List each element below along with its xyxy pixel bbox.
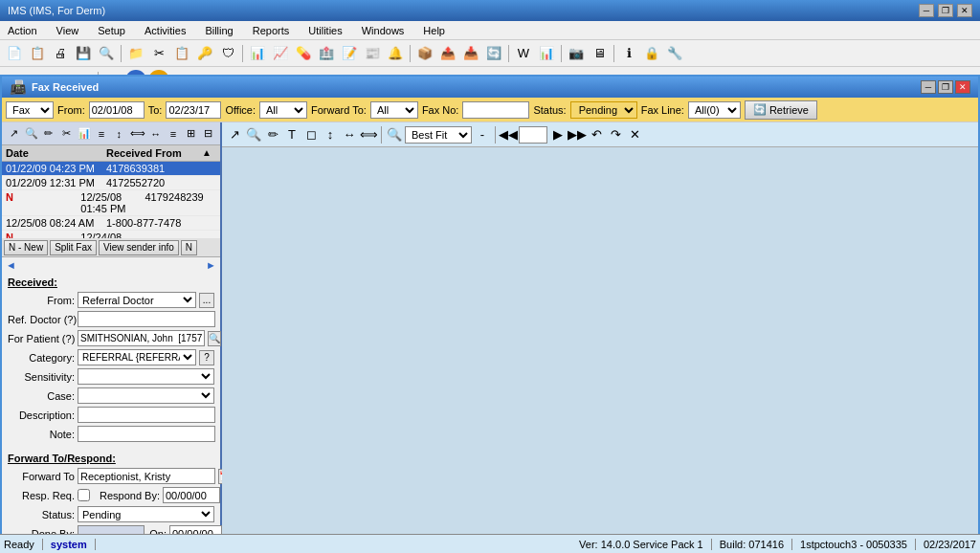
viewer-tool-5[interactable]: ◻ (302, 126, 320, 144)
viewer-tool-3[interactable]: ✏ (264, 126, 281, 144)
menu-billing[interactable]: Billing (201, 23, 236, 38)
list-tool-1[interactable]: ↗ (6, 125, 21, 143)
toolbar-btn-9[interactable]: 🔑 (194, 43, 215, 64)
zoom-in-btn[interactable]: 🔍 (386, 126, 403, 144)
toolbar-btn-27[interactable]: 🔒 (641, 43, 662, 64)
fax-row-4[interactable]: N 12/24/08 09:30 PM (2, 231, 220, 238)
page-input[interactable] (519, 126, 547, 144)
help-button[interactable]: ℹ (618, 43, 639, 64)
viewer-tool-1[interactable]: ↗ (226, 126, 243, 144)
from-date-input[interactable] (89, 101, 145, 119)
fax-win-close[interactable]: ✕ (955, 80, 970, 94)
toolbar-btn-5[interactable]: 🔍 (96, 43, 117, 64)
new-fax-btn[interactable]: N - New (4, 240, 48, 255)
toolbar-btn-21[interactable]: 🔄 (483, 43, 504, 64)
zoom-select[interactable]: Best Fit (405, 126, 472, 144)
viewer-nav-2[interactable]: ▶ (549, 126, 567, 144)
list-tool-10[interactable]: ≡ (166, 125, 181, 143)
list-tool-5[interactable]: 📊 (76, 125, 91, 143)
toolbar-btn-10[interactable]: 🛡 (217, 43, 238, 64)
toolbar-btn-6[interactable]: 📁 (125, 43, 146, 64)
toolbar-btn-8[interactable]: 📋 (171, 43, 192, 64)
list-tool-4[interactable]: ✂ (58, 125, 74, 143)
viewer-tool-2[interactable]: 🔍 (245, 126, 262, 144)
fax-line-select[interactable]: All(0) (688, 101, 741, 119)
resp-req-checkbox[interactable] (78, 489, 90, 501)
viewer-nav-3[interactable]: ▶▶ (568, 126, 586, 144)
for-patient-input[interactable] (78, 330, 205, 346)
fax-row-3[interactable]: 12/25/08 08:24 AM 1-800-877-7478 (2, 216, 220, 231)
list-tool-12[interactable]: ⊟ (201, 125, 216, 143)
toolbar-btn-12[interactable]: 📈 (270, 43, 291, 64)
zoom-out-btn[interactable]: - (474, 126, 491, 144)
fax-row-1[interactable]: 01/22/09 12:31 PM 4172552720 (2, 176, 220, 190)
fax-win-minimize[interactable]: ─ (921, 80, 936, 94)
toolbar-btn-11[interactable]: 📊 (247, 43, 268, 64)
toolbar-btn-16[interactable]: 📰 (362, 43, 383, 64)
office-select[interactable]: All (259, 101, 307, 119)
category-select[interactable]: REFERRAL {REFERRALS} (78, 349, 196, 365)
toolbar-btn-14[interactable]: 🏥 (316, 43, 337, 64)
viewer-tool-4[interactable]: T (283, 126, 301, 144)
menu-help[interactable]: Help (419, 23, 449, 38)
from-select[interactable]: Referral Doctor (78, 292, 196, 308)
toolbar-btn-17[interactable]: 🔔 (385, 43, 406, 64)
list-tool-7[interactable]: ↕ (111, 125, 126, 143)
n-btn[interactable]: N (181, 240, 197, 255)
close-button[interactable]: ✕ (957, 4, 972, 17)
forward-to-select[interactable]: All (370, 101, 418, 119)
forward-to-input[interactable] (78, 468, 215, 484)
toolbar-btn-13[interactable]: 💊 (293, 43, 314, 64)
toolbar-btn-25[interactable]: 🖥 (589, 43, 610, 64)
list-tool-2[interactable]: 🔍 (23, 125, 38, 143)
fax-no-input[interactable] (462, 101, 529, 119)
to-date-input[interactable] (166, 101, 221, 119)
menu-reports[interactable]: Reports (249, 23, 294, 38)
status-field-select[interactable]: Pending (78, 506, 214, 522)
fax-win-restore[interactable]: ❐ (938, 80, 953, 94)
toolbar-btn-7[interactable]: ✂ (148, 43, 169, 64)
list-nav-right[interactable]: ► (206, 259, 216, 271)
viewer-nav-1[interactable]: ◀◀ (500, 126, 517, 144)
status-select[interactable]: Pending * (570, 101, 637, 119)
toolbar-btn-15[interactable]: 📝 (339, 43, 360, 64)
fax-type-select[interactable]: Fax (6, 101, 54, 119)
description-input[interactable] (78, 407, 215, 423)
toolbar-btn-18[interactable]: 📦 (414, 43, 435, 64)
toolbar-btn-28[interactable]: 🔧 (664, 43, 685, 64)
toolbar-btn-3[interactable]: 🖨 (50, 43, 71, 64)
ref-doctor-input[interactable] (78, 311, 215, 327)
menu-action[interactable]: Action (4, 23, 41, 38)
split-fax-btn[interactable]: Split Fax (50, 240, 97, 255)
toolbar-btn-19[interactable]: 📤 (437, 43, 458, 64)
category-btn[interactable]: ? (199, 350, 214, 365)
list-nav-left[interactable]: ◄ (6, 259, 16, 271)
fax-list-scroll[interactable]: 01/22/09 04:23 PM 4178639381 01/22/09 12… (2, 162, 220, 238)
menu-utilities[interactable]: Utilities (304, 23, 345, 38)
note-input[interactable] (78, 426, 215, 442)
from-btn[interactable]: ... (199, 293, 214, 308)
menu-setup[interactable]: Setup (94, 23, 129, 38)
toolbar-btn-1[interactable]: 📄 (4, 43, 25, 64)
list-tool-11[interactable]: ⊞ (183, 125, 198, 143)
viewer-tool-6[interactable]: ↕ (322, 126, 339, 144)
viewer-rotate-2[interactable]: ↷ (607, 126, 624, 144)
menu-windows[interactable]: Windows (358, 23, 409, 38)
restore-button[interactable]: ❐ (938, 4, 953, 17)
toolbar-btn-20[interactable]: 📥 (460, 43, 481, 64)
toolbar-btn-22[interactable]: W (513, 43, 534, 64)
viewer-tool-x[interactable]: ✕ (626, 126, 643, 144)
case-select[interactable] (78, 387, 214, 404)
patient-search-btn[interactable]: 🔍 (208, 331, 221, 346)
toolbar-btn-4[interactable]: 💾 (73, 43, 94, 64)
menu-activities[interactable]: Activities (141, 23, 189, 38)
toolbar-btn-2[interactable]: 📋 (27, 43, 48, 64)
fax-row-2[interactable]: N 12/25/08 01:45 PM 4179248239 (2, 190, 220, 216)
view-sender-btn[interactable]: View sender info (99, 240, 179, 255)
viewer-tool-8[interactable]: ⟺ (360, 126, 377, 144)
toolbar-btn-24[interactable]: 📷 (566, 43, 587, 64)
respond-by-input[interactable] (163, 487, 220, 503)
retrieve-button[interactable]: 🔄 Retrieve (745, 100, 817, 120)
minimize-button[interactable]: ─ (919, 4, 934, 17)
list-tool-8[interactable]: ⟺ (129, 125, 146, 143)
